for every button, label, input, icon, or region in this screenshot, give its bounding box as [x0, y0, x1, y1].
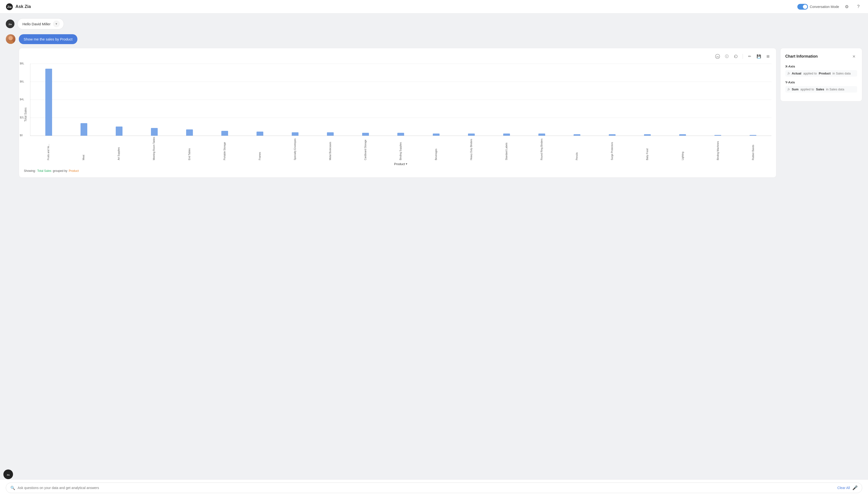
bar[interactable] — [45, 69, 52, 136]
svg-text:Zia: Zia — [716, 56, 719, 58]
x-axis-section-title: X-Axis — [785, 65, 857, 68]
x-axis-label-item: Beverages — [419, 137, 453, 160]
footer-prefix: Showing: — [24, 169, 36, 173]
bar[interactable] — [679, 134, 686, 136]
x-axis-label-item: Binding Supplies — [383, 137, 418, 160]
fx-icon-y: fx — [788, 88, 790, 91]
bar-item — [172, 129, 207, 136]
x-axis-label-item: Metal Bookcases — [313, 137, 348, 160]
search-icon: 🔍 — [10, 486, 15, 490]
bar-item — [384, 133, 418, 136]
bar-item — [560, 134, 594, 136]
save-icon[interactable]: 💾 — [756, 53, 762, 60]
bar[interactable] — [397, 133, 404, 136]
bar[interactable] — [609, 134, 615, 136]
clear-all-button[interactable]: Clear All — [837, 486, 850, 490]
bar-item — [736, 135, 770, 136]
svg-text:Zia: Zia — [7, 5, 12, 9]
fx-icon-x: fx — [788, 72, 790, 75]
y-axis-applied-to: applied to — [801, 88, 814, 91]
x-axis-label-item: Pencils — [560, 137, 594, 160]
x-axis-label-item: Fruits and Ve... — [31, 137, 65, 160]
x-axis-label-item: Binding Machines — [701, 137, 735, 160]
x-axis-label-item: Standard Labels — [489, 137, 524, 160]
bar-item — [454, 134, 488, 136]
refresh-icon[interactable] — [732, 53, 739, 60]
edit-icon[interactable]: ✏ — [746, 53, 753, 60]
bar-item — [66, 123, 101, 136]
footer-dimension: Product — [69, 169, 79, 173]
x-axis-label-item: Surge Protectors — [595, 137, 629, 160]
conversation-mode-toggle[interactable]: Conversation Mode — [797, 4, 839, 10]
greeting-chevron[interactable]: ▼ — [53, 20, 60, 27]
bar[interactable] — [538, 134, 545, 136]
grid-label-8l: $8L — [20, 62, 24, 65]
zia-bottom-icon: Zia — [5, 472, 11, 477]
bar[interactable] — [503, 134, 510, 136]
x-axis-label-item: End Tables — [172, 137, 207, 160]
grid-label-6l: $6L — [20, 80, 24, 83]
greeting-pill[interactable]: Hello David Miller ▼ — [17, 18, 64, 29]
bar[interactable] — [221, 131, 228, 136]
settings-button[interactable]: ⚙ — [843, 3, 851, 11]
bar[interactable] — [257, 131, 263, 136]
x-axis-label-item: Round Ring Binders — [524, 137, 559, 160]
toggle-switch[interactable] — [797, 4, 808, 10]
bar-item — [137, 128, 171, 136]
bar-item — [348, 133, 383, 136]
x-axis-item: fx Actual applied to Product in Sales da… — [785, 70, 857, 77]
y-axis-field: Sales — [816, 88, 824, 91]
grid-label-0: $0 — [20, 134, 23, 137]
greeting-row: Zia Hello David Miller ▼ — [6, 18, 862, 29]
info-icon[interactable]: ⓘ — [723, 53, 730, 60]
message-row: Show me the sales by Product — [6, 34, 862, 44]
y-axis-type: Sum — [792, 88, 798, 91]
chart-toolbar: Zia ⓘ ✏ 💾 ⊞ — [24, 53, 771, 60]
bar[interactable] — [151, 128, 158, 136]
x-axis-label-item: Frames — [243, 137, 277, 160]
bar[interactable] — [292, 132, 299, 136]
header-right: Conversation Mode ⚙ ? — [797, 3, 862, 11]
grid-label-4l: $4L — [20, 98, 24, 101]
footer-metric: Total Sales — [37, 169, 51, 173]
refresh-svg-icon — [734, 54, 738, 59]
bar[interactable] — [80, 123, 87, 136]
search-input[interactable] — [18, 486, 835, 490]
bar[interactable] — [750, 135, 756, 136]
x-axis-field: Product — [819, 72, 831, 75]
bar[interactable] — [186, 129, 193, 136]
chevron-down-icon: ▼ — [55, 22, 58, 25]
user-avatar — [6, 34, 15, 44]
y-axis-section-title: Y-Axis — [785, 80, 857, 84]
x-axis-section: X-Axis fx Actual applied to Product in S… — [785, 65, 857, 77]
microphone-icon[interactable]: 🎤 — [852, 485, 858, 491]
footer-grouped-by: grouped by — [53, 169, 67, 173]
info-panel-close-button[interactable]: ✕ — [850, 53, 857, 60]
grid-icon[interactable]: ⊞ — [764, 53, 771, 60]
user-message-text: Show me the sales by Product — [24, 37, 73, 41]
help-button[interactable]: ? — [854, 3, 862, 11]
bar[interactable] — [433, 134, 440, 136]
x-axis-label-item: Baby Food — [630, 137, 665, 160]
x-axis-applied-to: applied to — [803, 72, 817, 75]
bar-item — [243, 131, 277, 136]
x-axis-dropdown-icon[interactable]: ▾ — [406, 162, 407, 166]
bar[interactable] — [468, 134, 475, 136]
y-axis-section: Y-Axis fx Sum applied to Sales in Sales … — [785, 80, 857, 93]
chart-card: Zia ⓘ ✏ 💾 ⊞ Total Sales — [19, 48, 776, 177]
user-avatar-icon — [6, 34, 15, 44]
x-axis-source: in Sales data — [833, 72, 851, 75]
info-panel: Chart Information ✕ X-Axis fx Actual app… — [780, 48, 862, 102]
bar[interactable] — [327, 132, 334, 136]
bar[interactable] — [116, 126, 122, 136]
bar[interactable] — [574, 134, 580, 136]
x-axis-label-item: Lighting — [666, 137, 700, 160]
bar[interactable] — [714, 135, 721, 136]
bar-item — [278, 132, 313, 136]
bar-item — [701, 135, 735, 136]
y-axis-label: Total Sales — [24, 108, 27, 122]
bar[interactable] — [644, 134, 651, 136]
bar[interactable] — [362, 133, 369, 136]
zia-chart-icon[interactable]: Zia — [714, 53, 721, 60]
bar-item — [207, 131, 242, 136]
